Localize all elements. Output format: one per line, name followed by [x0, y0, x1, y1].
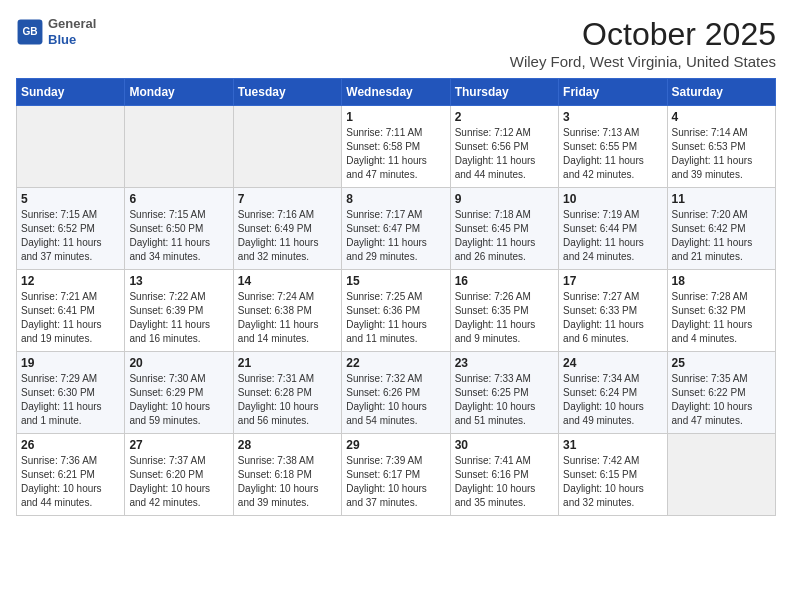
day-number: 14 [238, 274, 337, 288]
day-cell: 8Sunrise: 7:17 AM Sunset: 6:47 PM Daylig… [342, 188, 450, 270]
day-number: 17 [563, 274, 662, 288]
day-number: 29 [346, 438, 445, 452]
day-number: 2 [455, 110, 554, 124]
day-cell: 6Sunrise: 7:15 AM Sunset: 6:50 PM Daylig… [125, 188, 233, 270]
day-number: 19 [21, 356, 120, 370]
day-cell: 2Sunrise: 7:12 AM Sunset: 6:56 PM Daylig… [450, 106, 558, 188]
day-cell: 28Sunrise: 7:38 AM Sunset: 6:18 PM Dayli… [233, 434, 341, 516]
day-cell: 16Sunrise: 7:26 AM Sunset: 6:35 PM Dayli… [450, 270, 558, 352]
day-cell: 22Sunrise: 7:32 AM Sunset: 6:26 PM Dayli… [342, 352, 450, 434]
day-info: Sunrise: 7:41 AM Sunset: 6:16 PM Dayligh… [455, 454, 554, 510]
day-cell: 31Sunrise: 7:42 AM Sunset: 6:15 PM Dayli… [559, 434, 667, 516]
day-cell: 15Sunrise: 7:25 AM Sunset: 6:36 PM Dayli… [342, 270, 450, 352]
day-number: 21 [238, 356, 337, 370]
week-row-4: 26Sunrise: 7:36 AM Sunset: 6:21 PM Dayli… [17, 434, 776, 516]
day-info: Sunrise: 7:37 AM Sunset: 6:20 PM Dayligh… [129, 454, 228, 510]
day-info: Sunrise: 7:27 AM Sunset: 6:33 PM Dayligh… [563, 290, 662, 346]
day-cell: 30Sunrise: 7:41 AM Sunset: 6:16 PM Dayli… [450, 434, 558, 516]
day-info: Sunrise: 7:32 AM Sunset: 6:26 PM Dayligh… [346, 372, 445, 428]
day-cell: 5Sunrise: 7:15 AM Sunset: 6:52 PM Daylig… [17, 188, 125, 270]
day-cell: 27Sunrise: 7:37 AM Sunset: 6:20 PM Dayli… [125, 434, 233, 516]
week-row-0: 1Sunrise: 7:11 AM Sunset: 6:58 PM Daylig… [17, 106, 776, 188]
logo-icon: GB [16, 18, 44, 46]
day-number: 30 [455, 438, 554, 452]
day-cell: 26Sunrise: 7:36 AM Sunset: 6:21 PM Dayli… [17, 434, 125, 516]
day-info: Sunrise: 7:35 AM Sunset: 6:22 PM Dayligh… [672, 372, 771, 428]
location-title: Wiley Ford, West Virginia, United States [510, 53, 776, 70]
day-cell: 10Sunrise: 7:19 AM Sunset: 6:44 PM Dayli… [559, 188, 667, 270]
day-cell: 12Sunrise: 7:21 AM Sunset: 6:41 PM Dayli… [17, 270, 125, 352]
day-cell: 19Sunrise: 7:29 AM Sunset: 6:30 PM Dayli… [17, 352, 125, 434]
day-number: 18 [672, 274, 771, 288]
day-number: 24 [563, 356, 662, 370]
weekday-header-row: SundayMondayTuesdayWednesdayThursdayFrid… [17, 79, 776, 106]
day-info: Sunrise: 7:17 AM Sunset: 6:47 PM Dayligh… [346, 208, 445, 264]
day-info: Sunrise: 7:20 AM Sunset: 6:42 PM Dayligh… [672, 208, 771, 264]
calendar-header: SundayMondayTuesdayWednesdayThursdayFrid… [17, 79, 776, 106]
day-info: Sunrise: 7:34 AM Sunset: 6:24 PM Dayligh… [563, 372, 662, 428]
day-cell: 13Sunrise: 7:22 AM Sunset: 6:39 PM Dayli… [125, 270, 233, 352]
logo-line2: Blue [48, 32, 96, 48]
weekday-header-wednesday: Wednesday [342, 79, 450, 106]
day-number: 16 [455, 274, 554, 288]
day-info: Sunrise: 7:39 AM Sunset: 6:17 PM Dayligh… [346, 454, 445, 510]
day-info: Sunrise: 7:18 AM Sunset: 6:45 PM Dayligh… [455, 208, 554, 264]
day-number: 1 [346, 110, 445, 124]
day-info: Sunrise: 7:33 AM Sunset: 6:25 PM Dayligh… [455, 372, 554, 428]
day-info: Sunrise: 7:15 AM Sunset: 6:52 PM Dayligh… [21, 208, 120, 264]
day-number: 7 [238, 192, 337, 206]
day-info: Sunrise: 7:15 AM Sunset: 6:50 PM Dayligh… [129, 208, 228, 264]
page-header: GB General Blue October 2025 Wiley Ford,… [16, 16, 776, 70]
day-info: Sunrise: 7:42 AM Sunset: 6:15 PM Dayligh… [563, 454, 662, 510]
day-cell: 25Sunrise: 7:35 AM Sunset: 6:22 PM Dayli… [667, 352, 775, 434]
day-info: Sunrise: 7:28 AM Sunset: 6:32 PM Dayligh… [672, 290, 771, 346]
day-number: 5 [21, 192, 120, 206]
logo-text: General Blue [48, 16, 96, 47]
week-row-1: 5Sunrise: 7:15 AM Sunset: 6:52 PM Daylig… [17, 188, 776, 270]
day-number: 6 [129, 192, 228, 206]
day-cell: 11Sunrise: 7:20 AM Sunset: 6:42 PM Dayli… [667, 188, 775, 270]
day-cell [667, 434, 775, 516]
day-cell: 21Sunrise: 7:31 AM Sunset: 6:28 PM Dayli… [233, 352, 341, 434]
day-info: Sunrise: 7:16 AM Sunset: 6:49 PM Dayligh… [238, 208, 337, 264]
day-cell [17, 106, 125, 188]
day-cell: 23Sunrise: 7:33 AM Sunset: 6:25 PM Dayli… [450, 352, 558, 434]
day-cell: 20Sunrise: 7:30 AM Sunset: 6:29 PM Dayli… [125, 352, 233, 434]
day-cell [233, 106, 341, 188]
day-number: 28 [238, 438, 337, 452]
logo-line1: General [48, 16, 96, 32]
day-info: Sunrise: 7:22 AM Sunset: 6:39 PM Dayligh… [129, 290, 228, 346]
week-row-3: 19Sunrise: 7:29 AM Sunset: 6:30 PM Dayli… [17, 352, 776, 434]
day-number: 8 [346, 192, 445, 206]
weekday-header-thursday: Thursday [450, 79, 558, 106]
day-number: 22 [346, 356, 445, 370]
day-cell: 24Sunrise: 7:34 AM Sunset: 6:24 PM Dayli… [559, 352, 667, 434]
calendar-table: SundayMondayTuesdayWednesdayThursdayFrid… [16, 78, 776, 516]
day-number: 27 [129, 438, 228, 452]
weekday-header-tuesday: Tuesday [233, 79, 341, 106]
day-number: 25 [672, 356, 771, 370]
day-info: Sunrise: 7:38 AM Sunset: 6:18 PM Dayligh… [238, 454, 337, 510]
day-cell [125, 106, 233, 188]
day-cell: 18Sunrise: 7:28 AM Sunset: 6:32 PM Dayli… [667, 270, 775, 352]
day-number: 13 [129, 274, 228, 288]
week-row-2: 12Sunrise: 7:21 AM Sunset: 6:41 PM Dayli… [17, 270, 776, 352]
day-number: 23 [455, 356, 554, 370]
title-block: October 2025 Wiley Ford, West Virginia, … [510, 16, 776, 70]
weekday-header-sunday: Sunday [17, 79, 125, 106]
day-info: Sunrise: 7:14 AM Sunset: 6:53 PM Dayligh… [672, 126, 771, 182]
day-info: Sunrise: 7:12 AM Sunset: 6:56 PM Dayligh… [455, 126, 554, 182]
day-cell: 29Sunrise: 7:39 AM Sunset: 6:17 PM Dayli… [342, 434, 450, 516]
day-info: Sunrise: 7:30 AM Sunset: 6:29 PM Dayligh… [129, 372, 228, 428]
day-info: Sunrise: 7:31 AM Sunset: 6:28 PM Dayligh… [238, 372, 337, 428]
day-info: Sunrise: 7:11 AM Sunset: 6:58 PM Dayligh… [346, 126, 445, 182]
day-info: Sunrise: 7:19 AM Sunset: 6:44 PM Dayligh… [563, 208, 662, 264]
day-cell: 7Sunrise: 7:16 AM Sunset: 6:49 PM Daylig… [233, 188, 341, 270]
month-title: October 2025 [510, 16, 776, 53]
day-cell: 3Sunrise: 7:13 AM Sunset: 6:55 PM Daylig… [559, 106, 667, 188]
day-number: 10 [563, 192, 662, 206]
day-number: 20 [129, 356, 228, 370]
day-cell: 4Sunrise: 7:14 AM Sunset: 6:53 PM Daylig… [667, 106, 775, 188]
weekday-header-monday: Monday [125, 79, 233, 106]
day-info: Sunrise: 7:24 AM Sunset: 6:38 PM Dayligh… [238, 290, 337, 346]
